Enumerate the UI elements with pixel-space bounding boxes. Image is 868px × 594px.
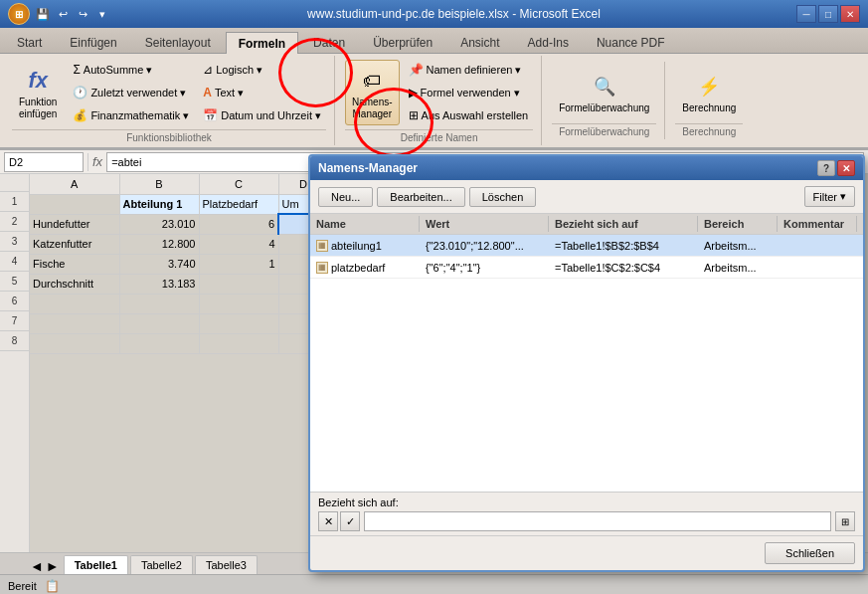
cell-c5[interactable] bbox=[199, 274, 278, 294]
save-button[interactable]: 💾 bbox=[34, 5, 52, 23]
cell-b3[interactable]: 12.800 bbox=[119, 234, 199, 254]
zuletzt-button[interactable]: 🕐 Zuletzt verwendet ▾ bbox=[68, 83, 194, 102]
group-label-namen: Definierte Namen bbox=[345, 129, 533, 143]
sheet-tab-1[interactable]: Tabelle1 bbox=[64, 555, 128, 574]
maximize-button[interactable]: □ bbox=[818, 5, 838, 23]
bearbeiten-button[interactable]: Bearbeiten... bbox=[377, 187, 464, 207]
row-header-6[interactable]: 6 bbox=[0, 292, 29, 311]
close-window-button[interactable]: ✕ bbox=[840, 5, 860, 23]
cell-a4[interactable]: Fische bbox=[30, 254, 119, 274]
logisch-button[interactable]: ⊿ Logisch ▾ bbox=[198, 60, 326, 80]
namen-definieren-button[interactable]: 📌 Namen definieren ▾ bbox=[404, 60, 534, 80]
sheet-tab-2[interactable]: Tabelle2 bbox=[130, 555, 193, 574]
redo-button[interactable]: ↪ bbox=[74, 5, 91, 23]
list-item[interactable]: ▦ platzbedarf {"6";"4";"1"} =Tabelle1!$C… bbox=[310, 257, 863, 279]
finanz-button[interactable]: 💰 Finanzmathematik ▾ bbox=[68, 105, 194, 125]
cell-a3[interactable]: Katzenfutter bbox=[30, 234, 119, 254]
row-header-7[interactable]: 7 bbox=[0, 311, 29, 331]
row-header-4[interactable]: 4 bbox=[0, 252, 29, 272]
cell-c6[interactable] bbox=[199, 294, 278, 313]
schliessen-button[interactable]: Schließen bbox=[765, 542, 855, 564]
title-bar-left: ⊞ 💾 ↩ ↪ ▾ bbox=[8, 3, 111, 25]
autosumme-button[interactable]: Σ AutoSumme ▾ bbox=[68, 60, 194, 80]
sigma-icon: Σ bbox=[73, 63, 80, 77]
loschen-button[interactable]: Löschen bbox=[469, 187, 537, 207]
cell-a8[interactable] bbox=[30, 333, 119, 353]
berechnung-button[interactable]: ⚡ Berechnung bbox=[675, 66, 743, 119]
text-label: Text bbox=[215, 87, 235, 99]
cell-c7[interactable] bbox=[199, 313, 278, 333]
row-header-3[interactable]: 3 bbox=[0, 232, 29, 252]
berechnung-label: Berechnung bbox=[682, 102, 736, 114]
berechnung-icon: ⚡ bbox=[693, 71, 725, 102]
names-list: ▦ abteilung1 {"23.010";"12.800"... =Tabe… bbox=[310, 235, 863, 492]
cell-b5[interactable]: 13.183 bbox=[119, 274, 199, 294]
tab-daten[interactable]: Daten bbox=[300, 31, 358, 53]
office-button[interactable]: ⊞ bbox=[8, 3, 30, 25]
cell-c8[interactable] bbox=[199, 333, 278, 353]
tab-uberpruefen[interactable]: Überprüfen bbox=[360, 31, 445, 53]
dialog-close-button[interactable]: ✕ bbox=[837, 160, 855, 176]
filter-button[interactable]: Filter ▾ bbox=[804, 186, 855, 207]
tab-einfuegen[interactable]: Einfügen bbox=[57, 31, 129, 53]
title-bar: ⊞ 💾 ↩ ↪ ▾ www.studium-und-pc.de beispiel… bbox=[0, 0, 868, 28]
autosumme-arrow: ▾ bbox=[146, 64, 152, 77]
cell-c2[interactable]: 6 bbox=[199, 214, 278, 234]
group-content: fx Funktion einfügen Σ AutoSumme ▾ 🕐 Zul… bbox=[12, 58, 326, 127]
row-header-8[interactable]: 8 bbox=[0, 331, 29, 351]
cell-b2[interactable]: 23.010 bbox=[119, 214, 199, 234]
formeluberwachung-button[interactable]: 🔍 Formelüberwachung bbox=[552, 66, 656, 119]
tab-addins[interactable]: Add-Ins bbox=[515, 31, 582, 53]
dialog-help-button[interactable]: ? bbox=[817, 160, 835, 176]
formel-verwenden-button[interactable]: ▶ Formel verwenden ▾ bbox=[404, 83, 534, 102]
tab-nuance[interactable]: Nuance PDF bbox=[584, 31, 678, 53]
sheet-tab-3[interactable]: Tabelle3 bbox=[195, 555, 258, 574]
col-header-c[interactable]: C bbox=[199, 174, 278, 194]
formeluberwachung-icon: 🔍 bbox=[589, 71, 620, 102]
cell-c1[interactable]: Platzbedarf bbox=[199, 194, 278, 214]
col-header-a[interactable]: A bbox=[30, 174, 119, 194]
row-header-5[interactable]: 5 bbox=[0, 272, 29, 292]
cell-a5[interactable]: Durchschnitt bbox=[30, 274, 119, 294]
confirm-ref-button[interactable]: ✓ bbox=[340, 511, 360, 531]
tab-start[interactable]: Start bbox=[4, 31, 55, 53]
sheet-scroll-left[interactable]: ◄ bbox=[30, 558, 44, 574]
sheet-scroll-right[interactable]: ► bbox=[46, 558, 60, 574]
select-range-button[interactable]: ⊞ bbox=[835, 511, 855, 531]
list-item[interactable]: ▦ abteilung1 {"23.010";"12.800"... =Tabe… bbox=[310, 235, 863, 257]
neu-button[interactable]: Neu... bbox=[318, 187, 373, 207]
cell-b4[interactable]: 3.740 bbox=[119, 254, 199, 274]
minimize-button[interactable]: ─ bbox=[796, 5, 816, 23]
entry-bezieht-1: =Tabelle1!$B$2:$B$4 bbox=[549, 238, 698, 254]
group-definierte-namen: 🏷 Namens- Manager 📌 Namen definieren ▾ ▶… bbox=[337, 56, 542, 145]
cell-b7[interactable] bbox=[119, 313, 199, 333]
cell-b6[interactable] bbox=[119, 294, 199, 313]
cell-a2[interactable]: Hundefutter bbox=[30, 214, 119, 234]
tab-formeln[interactable]: Formeln bbox=[226, 32, 298, 54]
auswahl-erstellen-button[interactable]: ⊞ Aus Auswahl erstellen bbox=[404, 105, 534, 125]
dropdown-button[interactable]: ▾ bbox=[93, 5, 111, 23]
cell-a6[interactable] bbox=[30, 294, 119, 313]
text-button[interactable]: A Text ▾ bbox=[198, 83, 326, 102]
refers-to-input[interactable] bbox=[364, 511, 831, 531]
cell-b1[interactable]: Abteilung 1 bbox=[119, 194, 199, 214]
undo-button[interactable]: ↩ bbox=[54, 5, 72, 23]
cell-a7[interactable] bbox=[30, 313, 119, 333]
tab-seitenlayout[interactable]: Seitenlayout bbox=[132, 31, 224, 53]
namens-manager-button[interactable]: 🏷 Namens- Manager bbox=[345, 60, 400, 125]
entry-bezieht-2: =Tabelle1!$C$2:$C$4 bbox=[549, 260, 698, 276]
tab-ansicht[interactable]: Ansicht bbox=[447, 31, 512, 53]
cell-c4[interactable]: 1 bbox=[199, 254, 278, 274]
col-header-name: Name bbox=[310, 216, 420, 232]
col-header-b[interactable]: B bbox=[119, 174, 199, 194]
cancel-ref-button[interactable]: ✕ bbox=[318, 511, 338, 531]
datum-button[interactable]: 📅 Datum und Uhrzeit ▾ bbox=[198, 105, 326, 125]
funktion-einfuegen-button[interactable]: fx Funktion einfügen bbox=[12, 60, 64, 125]
row-header-1[interactable]: 1 bbox=[0, 192, 29, 212]
cell-c3[interactable]: 4 bbox=[199, 234, 278, 254]
cell-b8[interactable] bbox=[119, 333, 199, 353]
auswahl-label: Aus Auswahl erstellen bbox=[422, 109, 529, 121]
name-box[interactable] bbox=[4, 152, 84, 172]
row-header-2[interactable]: 2 bbox=[0, 212, 29, 232]
cell-a1[interactable] bbox=[30, 194, 119, 214]
